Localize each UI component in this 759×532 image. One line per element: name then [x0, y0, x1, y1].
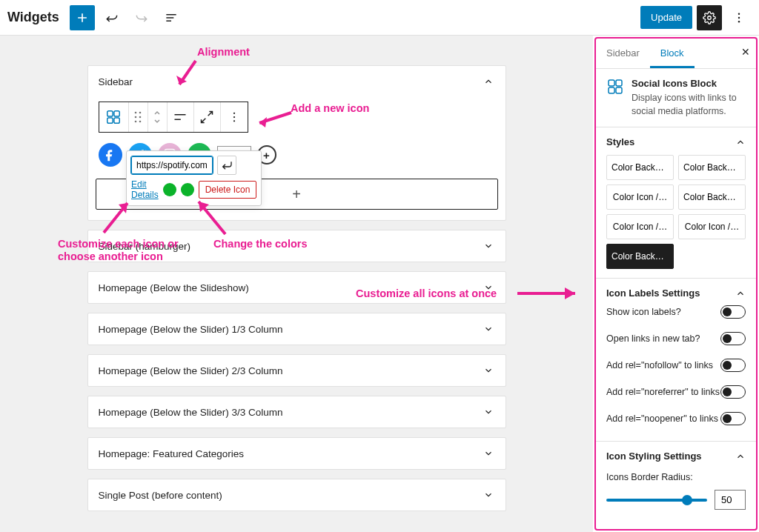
- svg-point-12: [135, 121, 137, 123]
- chevron-up-icon: [735, 288, 746, 299]
- options-button[interactable]: [726, 5, 752, 30]
- svg-point-10: [135, 116, 137, 119]
- widget-area-title: Homepage (Below the Slider) 2/3 Column: [99, 365, 283, 376]
- toggle-nofollow[interactable]: [720, 359, 746, 372]
- block-toolbar: [99, 102, 248, 133]
- chevron-down-icon: [482, 488, 495, 502]
- svg-point-15: [233, 116, 234, 118]
- update-button[interactable]: Update: [640, 6, 692, 29]
- editor-canvas: Alignment Add a new icon Customize each …: [0, 36, 593, 532]
- widget-area-title: Homepage: Featured Categories: [99, 448, 245, 459]
- radius-slider[interactable]: [606, 499, 707, 502]
- style-option[interactable]: Color Icon /…: [678, 214, 746, 239]
- toggle-new-tab[interactable]: [720, 332, 746, 345]
- widget-area-header[interactable]: Homepage (Below the Slider) 1/3 Column: [88, 313, 506, 345]
- toggle-label: Show icon labels?: [606, 307, 681, 317]
- widget-area-title: Homepage (Below the Slideshow): [99, 282, 249, 293]
- redo-button[interactable]: [129, 5, 154, 30]
- svg-point-0: [708, 16, 712, 19]
- widget-area-title: Homepage (Below the Slider) 1/3 Column: [99, 324, 283, 335]
- svg-rect-5: [114, 111, 119, 116]
- facebook-icon[interactable]: [99, 143, 122, 167]
- delete-icon-button[interactable]: Delete Icon: [199, 181, 257, 199]
- settings-button[interactable]: [697, 5, 722, 30]
- style-option[interactable]: Color Backgr…: [606, 155, 674, 180]
- svg-point-3: [738, 21, 740, 22]
- color-swatch-1[interactable]: [163, 183, 176, 196]
- block-description: Display icons with links to social media…: [632, 92, 746, 118]
- url-input[interactable]: [131, 156, 213, 174]
- submit-url-button[interactable]: [217, 156, 236, 175]
- move-button[interactable]: [148, 102, 168, 132]
- tab-sidebar[interactable]: Sidebar: [596, 39, 650, 68]
- drag-handle[interactable]: [129, 102, 148, 132]
- toggle-noopener[interactable]: [720, 412, 746, 425]
- chevron-down-icon: [482, 322, 495, 336]
- style-option[interactable]: Color Icon /…: [606, 214, 674, 239]
- styles-panel-header[interactable]: Styles: [606, 136, 746, 147]
- toggle-label: Open links in new tab?: [606, 333, 700, 344]
- svg-point-8: [135, 112, 137, 114]
- block-type-button[interactable]: [99, 102, 129, 132]
- svg-rect-24: [616, 87, 622, 93]
- widget-area-header[interactable]: Sidebar (hamburger): [88, 230, 506, 262]
- edit-link[interactable]: Edit: [131, 179, 159, 190]
- radius-input[interactable]: [715, 490, 746, 510]
- widget-area-header[interactable]: Homepage: Featured Categories: [88, 438, 506, 469]
- toggle-noreferrer[interactable]: [720, 385, 746, 399]
- style-option[interactable]: Color Backgr…: [678, 155, 746, 180]
- widget-area-header[interactable]: Homepage (Below the Slideshow): [88, 272, 506, 303]
- styling-panel-header[interactable]: Icon Styling Settings: [606, 450, 746, 462]
- page-title: Widgets: [7, 10, 59, 25]
- list-view-button[interactable]: [159, 5, 184, 30]
- svg-point-14: [233, 113, 234, 114]
- widget-area-header[interactable]: Single Post (before content): [88, 479, 506, 511]
- chevron-down-icon: [482, 447, 495, 460]
- top-bar: Widgets Update: [0, 0, 759, 36]
- close-icon[interactable]: ✕: [741, 46, 750, 58]
- color-swatch-2[interactable]: [181, 183, 194, 196]
- more-options-button[interactable]: [221, 102, 248, 132]
- chevron-down-icon: [482, 281, 495, 294]
- undo-button[interactable]: [99, 5, 125, 30]
- widget-area-title: Homepage (Below the Slider) 3/3 Column: [99, 407, 283, 418]
- details-link[interactable]: Details: [131, 190, 159, 200]
- toggle-label: Add rel="noopener" to links: [606, 413, 718, 424]
- url-popover: Edit Details Delete Icon: [126, 150, 262, 206]
- chevron-up-icon: [482, 75, 495, 88]
- svg-point-2: [738, 16, 740, 18]
- radius-label: Icons Border Radius:: [606, 472, 746, 482]
- style-option-active[interactable]: Color Backgr…: [606, 244, 674, 269]
- widget-area-header[interactable]: Homepage (Below the Slider) 2/3 Column: [88, 355, 506, 386]
- settings-sidebar: Sidebar Block ✕ Social Icons Block Displ…: [594, 37, 758, 531]
- widget-area: Homepage (Below the Slider) 2/3 Column: [87, 354, 506, 387]
- chevron-up-icon: [735, 137, 746, 147]
- widget-area-title: Single Post (before content): [99, 490, 222, 501]
- svg-rect-23: [609, 87, 614, 93]
- alignment-button[interactable]: [168, 102, 194, 132]
- chevron-down-icon: [482, 239, 495, 253]
- svg-point-16: [233, 120, 234, 122]
- labels-panel-header[interactable]: Icon Labels Settings: [606, 287, 746, 299]
- widget-area-header[interactable]: Homepage (Below the Slider) 3/3 Column: [88, 396, 506, 428]
- widget-area-title: Sidebar: [99, 76, 133, 87]
- widget-area-header[interactable]: Sidebar: [88, 66, 506, 97]
- toggle-show-labels[interactable]: [720, 305, 746, 319]
- widget-area: Homepage: Featured Categories: [87, 437, 506, 470]
- block-title: Social Icons Block: [632, 78, 746, 89]
- block-type-icon: [606, 78, 624, 96]
- svg-rect-6: [107, 118, 113, 123]
- tab-block[interactable]: Block: [650, 39, 695, 68]
- chevron-up-icon: [735, 451, 746, 462]
- svg-point-1: [738, 13, 740, 14]
- style-option[interactable]: Color Backgr…: [678, 184, 746, 210]
- add-block-button[interactable]: [70, 5, 95, 30]
- widget-area: Homepage (Below the Slider) 1/3 Column: [87, 313, 506, 345]
- annotation-alignment: Alignment: [197, 46, 250, 58]
- transform-button[interactable]: [194, 102, 221, 132]
- widget-area: Single Post (before content): [87, 479, 506, 511]
- svg-rect-4: [107, 111, 113, 116]
- svg-point-11: [139, 116, 142, 119]
- style-option[interactable]: Color Icon /…: [606, 184, 674, 210]
- svg-point-9: [139, 112, 142, 114]
